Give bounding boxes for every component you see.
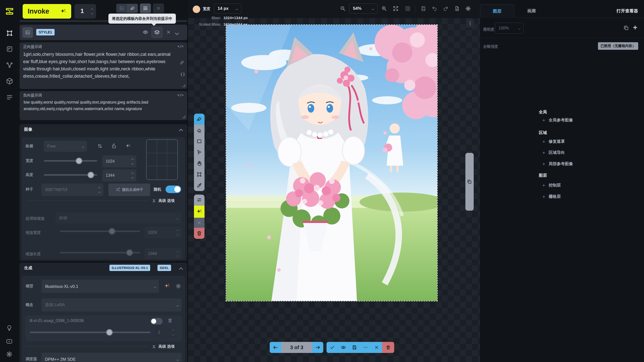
optimize-size-sparkle-icon[interactable]: [125, 143, 131, 149]
model-select[interactable]: Illustrious-XL-v0.1: [42, 280, 159, 293]
staging-discard-x-icon[interactable]: [371, 342, 382, 353]
staging-delete-trash-icon[interactable]: [382, 342, 394, 353]
staging-more-dots-icon[interactable]: [360, 342, 371, 353]
duplicate-layer-copy-icon[interactable]: [623, 25, 629, 31]
add-global-reference-image[interactable]: +全局参考图像: [542, 118, 573, 123]
opacity-select[interactable]: 100%: [495, 23, 524, 34]
whats-new-bulb-icon[interactable]: [6, 325, 13, 332]
add-inpaint-mask[interactable]: +修复遮罩: [542, 139, 565, 144]
collapse-chevron-up-icon[interactable]: [180, 129, 182, 133]
nav-upscale-frame-icon[interactable]: [6, 46, 13, 53]
template-image-mode-icon[interactable]: [116, 4, 127, 13]
lora-enable-toggle[interactable]: [150, 318, 163, 325]
code-icon[interactable]: </>: [177, 44, 184, 48]
resize-handle-icon[interactable]: [182, 84, 186, 87]
invoke-button[interactable]: Invoke: [23, 4, 71, 19]
tool-filters-sliders-icon[interactable]: [194, 195, 205, 206]
scale-before-select[interactable]: 自动: [56, 212, 181, 223]
fit-bbox-icon[interactable]: [405, 6, 411, 11]
swap-dimensions-icon[interactable]: [97, 143, 103, 149]
width-slider[interactable]: [44, 160, 97, 162]
add-regional-guidance[interactable]: +区域导向: [542, 150, 565, 155]
add-layer-plus-icon[interactable]: +: [633, 24, 637, 31]
nav-queue-list-icon[interactable]: [6, 94, 13, 101]
nav-workflows-nodes-icon[interactable]: [6, 62, 13, 69]
tool-invoke-sparkle-icon[interactable]: [194, 206, 205, 218]
staging-accept-check-icon[interactable]: [327, 342, 338, 353]
model-default-settings-sparkle-icon[interactable]: [164, 283, 170, 289]
style-preset-merge-stack-icon[interactable]: [151, 27, 163, 38]
code-icon[interactable]: </>: [177, 93, 184, 97]
staging-preview-eye-icon[interactable]: [338, 342, 349, 353]
brush-width-select[interactable]: 14 px: [214, 4, 242, 14]
generated-image[interactable]: [226, 24, 438, 301]
undo-icon[interactable]: [432, 6, 437, 11]
staging-prev-arrow-icon[interactable]: [270, 342, 281, 353]
template-close-button[interactable]: [153, 4, 164, 13]
model-settings-gear-icon[interactable]: [176, 283, 181, 289]
brush-color-swatch[interactable]: [192, 5, 201, 14]
height-slider[interactable]: [44, 174, 97, 176]
tab-layers[interactable]: 图层: [480, 4, 514, 18]
scheduler-select[interactable]: DPM++ 2M SDE: [42, 353, 182, 362]
settings-gear-icon[interactable]: [6, 351, 13, 358]
tool-color-picker-icon[interactable]: [194, 180, 205, 191]
staging-drawer-handle[interactable]: [465, 153, 474, 211]
video-tutorials-icon[interactable]: [6, 338, 13, 345]
canvas-settings-gear-icon[interactable]: [465, 6, 471, 11]
width-value: 1024: [106, 159, 115, 164]
tab-gallery[interactable]: 画廊: [519, 4, 544, 18]
resize-handle-icon[interactable]: [182, 115, 186, 119]
link-icon[interactable]: [180, 60, 184, 65]
tool-rectangle-icon[interactable]: [194, 136, 205, 147]
random-seed-toggle[interactable]: [166, 186, 181, 193]
open-viewer-button[interactable]: 打开查看器: [617, 4, 638, 18]
collapse-chevron-up-icon[interactable]: [180, 267, 182, 272]
tool-eraser-icon[interactable]: [194, 125, 205, 136]
add-regional-reference-image[interactable]: +局部参考图像: [542, 161, 573, 167]
staging-save-icon[interactable]: [349, 342, 360, 353]
save-canvas-icon[interactable]: [421, 6, 426, 11]
tool-pan-hand-icon[interactable]: [194, 158, 205, 169]
template-menu-button[interactable]: [140, 4, 151, 13]
canvas-context-menu-dots-icon[interactable]: [466, 19, 474, 28]
lora-weight-slider[interactable]: [30, 332, 150, 333]
iterations-stepper[interactable]: 1: [74, 4, 96, 19]
tool-move-cursor-icon[interactable]: [194, 147, 205, 158]
plus-icon: +: [542, 162, 545, 166]
height-input[interactable]: 1344: [102, 169, 136, 182]
style-preset-card[interactable]: STYLE1: [20, 25, 187, 40]
staging-next-arrow-icon[interactable]: [312, 342, 323, 353]
lora-weight-input[interactable]: 1: [154, 327, 177, 338]
fit-canvas-expand-icon[interactable]: [393, 6, 398, 11]
negative-prompt-textarea[interactable]: low quality,worst quality,normal quality…: [24, 99, 172, 112]
redo-icon[interactable]: [443, 6, 449, 11]
zoom-level-select[interactable]: 54%: [349, 4, 378, 14]
add-control-layer[interactable]: +控制层: [542, 183, 561, 188]
lock-aspect-icon[interactable]: [111, 143, 117, 149]
style-preset-view-eye-icon[interactable]: [141, 28, 150, 37]
style-preset-chevron-down-icon[interactable]: [176, 31, 178, 35]
width-input[interactable]: 1024: [102, 155, 136, 167]
generation-advanced-options[interactable]: 高级 选项: [152, 344, 175, 349]
randomize-seed-button[interactable]: 随机生成种子: [108, 184, 150, 196]
positive-prompt-textarea[interactable]: 1girl,solo,cherry blossoms,hair flower,p…: [23, 51, 174, 80]
braces-icon[interactable]: { }: [181, 72, 185, 76]
nav-canvas-bbox-icon[interactable]: [6, 30, 13, 37]
tool-delete-trash-icon[interactable]: [194, 228, 205, 239]
new-canvas-icon[interactable]: [454, 6, 460, 11]
tool-transform-bbox-icon[interactable]: [194, 169, 205, 180]
zoom-out-icon[interactable]: [340, 6, 346, 11]
nav-models-cube-icon[interactable]: [6, 78, 13, 85]
image-advanced-options[interactable]: 高级 选项: [152, 198, 175, 203]
seed-input[interactable]: 2097769753: [42, 184, 103, 196]
lora-select[interactable]: 添加 LoRA: [42, 298, 182, 311]
template-brush-mode-icon[interactable]: [127, 4, 138, 13]
style-preset-clear-x-icon[interactable]: [164, 28, 173, 37]
add-raster-layer[interactable]: +栅格层: [542, 194, 561, 199]
lora-trash-icon[interactable]: [168, 318, 173, 323]
aspect-select[interactable]: Free: [44, 141, 87, 152]
tool-cancel-x-icon[interactable]: [194, 218, 205, 228]
tool-brush-icon[interactable]: [194, 114, 205, 125]
zoom-in-icon[interactable]: [381, 6, 387, 11]
